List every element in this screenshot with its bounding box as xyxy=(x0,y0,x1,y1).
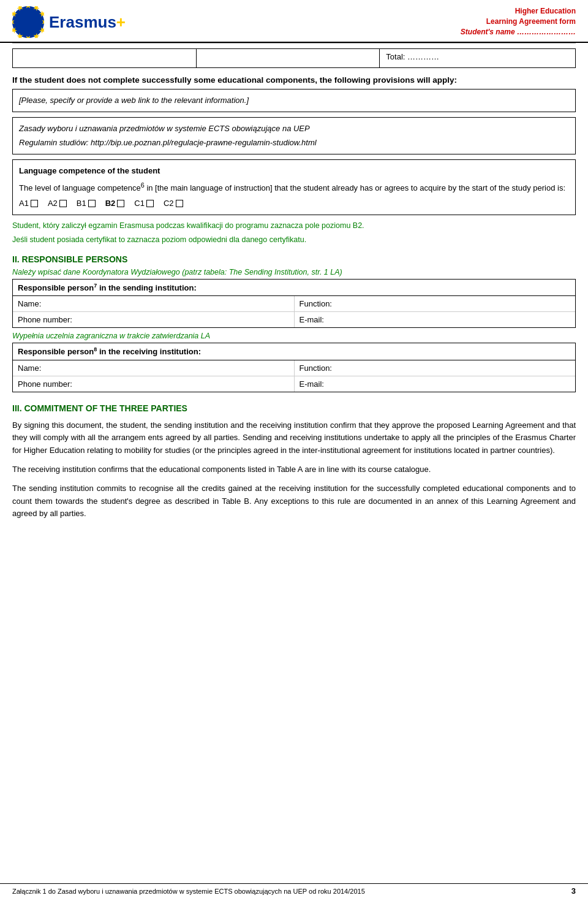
total-cell-empty-2 xyxy=(197,49,380,67)
lang-text-2: in [the main language of instruction] th… xyxy=(145,183,565,192)
erasmus-logo-text: Erasmus+ xyxy=(49,13,126,32)
receiving-function-cell: Function: xyxy=(295,360,576,376)
section-iii-paragraph-2: The receiving institution confirms that … xyxy=(12,463,576,476)
a2-checkbox[interactable] xyxy=(59,200,67,207)
b2-checkbox[interactable] xyxy=(117,200,124,207)
svg-point-0 xyxy=(12,6,44,38)
page-footer: Załącznik 1 do Zasad wyboru i uznawania … xyxy=(0,883,588,898)
section-iii-paragraph-1: By signing this document, the student, t… xyxy=(12,419,576,457)
lang-text-1: The level of language competence xyxy=(19,183,141,192)
language-note-2: Jeśli student posiada certyfikat to zazn… xyxy=(12,234,576,246)
language-competence-box: Language competence of the student The l… xyxy=(12,159,576,216)
level-a2: A2 xyxy=(48,197,67,210)
header: Erasmus+ Higher Education Learning Agree… xyxy=(0,0,588,43)
receiving-title: Responsible person xyxy=(18,348,94,357)
b1-label: B1 xyxy=(77,197,86,210)
info-box-1-text: [Please, specify or provide a web link t… xyxy=(19,96,249,105)
sending-phone-row: Phone number: E-mail: xyxy=(13,312,575,327)
sending-email-cell: E-mail: xyxy=(295,312,576,327)
language-note-1: Student, który zaliczył egzamin Erasmusa… xyxy=(12,220,576,232)
regulamin-text: Regulamin studiów: http://bip.ue.poznan.… xyxy=(19,137,569,149)
receiving-table-header: Responsible person8 in the receiving ins… xyxy=(13,343,575,360)
a1-checkbox[interactable] xyxy=(31,200,38,207)
receiving-suffix: in the receiving institution: xyxy=(97,348,201,357)
total-cell-empty-1 xyxy=(13,49,197,67)
level-b2: B2 xyxy=(105,197,125,210)
c2-checkbox[interactable] xyxy=(176,200,183,207)
zasady-text: Zasady wyboru i uznawania przedmiotów w … xyxy=(19,123,569,135)
receiving-name-row: Name: Function: xyxy=(13,360,575,376)
sending-title: Responsible person xyxy=(18,283,94,292)
c1-checkbox[interactable] xyxy=(146,200,154,207)
header-title-line1: Higher Education xyxy=(461,6,576,17)
receiving-phone-cell: Phone number: xyxy=(13,376,295,392)
level-b1: B1 xyxy=(77,197,96,210)
logo-area: Erasmus+ xyxy=(12,6,126,38)
header-title: Higher Education Learning Agreement form… xyxy=(461,6,576,37)
header-divider xyxy=(12,43,576,44)
header-title-line3: Student's name …………………… xyxy=(461,27,576,37)
header-title-line2: Learning Agreement form xyxy=(461,17,576,27)
info-box-2: Zasady wyboru i uznawania przedmiotów w … xyxy=(12,117,576,154)
receiving-phone-row: Phone number: E-mail: xyxy=(13,376,575,392)
b1-checkbox[interactable] xyxy=(88,200,96,207)
total-row: Total: ………… xyxy=(12,48,576,68)
level-c2: C2 xyxy=(164,197,183,210)
language-box-title: Language competence of the student xyxy=(19,165,569,178)
footer-page-number: 3 xyxy=(571,886,576,896)
a2-label: A2 xyxy=(48,197,58,210)
sending-institution-table: Responsible person7 in the sending insti… xyxy=(12,279,576,328)
language-box-text: The level of language competence6 in [th… xyxy=(19,180,569,195)
sending-suffix: in the sending institution: xyxy=(97,283,196,292)
footer-left-text: Załącznik 1 do Zasad wyboru i uznawania … xyxy=(12,888,365,895)
info-box-1: [Please, specify or provide a web link t… xyxy=(12,89,576,112)
a1-label: A1 xyxy=(19,197,29,210)
c1-label: C1 xyxy=(134,197,145,210)
fill-note: Wypełnia uczelnia zagraniczna w trakcie … xyxy=(12,332,576,340)
sending-function-cell: Function: xyxy=(295,296,576,311)
receiving-name-cell: Name: xyxy=(13,360,295,376)
receiving-email-cell: E-mail: xyxy=(295,376,576,392)
section-ii-table-note: Należy wpisać dane Koordynatora Wydziało… xyxy=(12,268,576,276)
receiving-institution-table: Responsible person8 in the receiving ins… xyxy=(12,343,576,392)
level-a1: A1 xyxy=(19,197,38,210)
b2-label: B2 xyxy=(105,197,116,210)
sending-name-row: Name: Function: xyxy=(13,296,575,312)
sending-table-header: Responsible person7 in the sending insti… xyxy=(13,280,575,296)
c2-label: C2 xyxy=(164,197,174,210)
incomplete-heading: If the student does not complete success… xyxy=(12,74,576,86)
section-iii-paragraph-3: The sending institution commits to recog… xyxy=(12,482,576,520)
sending-phone-cell: Phone number: xyxy=(13,312,295,327)
language-checkboxes: A1 A2 B1 B2 C1 C2 xyxy=(19,197,569,210)
sending-name-cell: Name: xyxy=(13,296,295,311)
main-content: If the student does not complete success… xyxy=(0,74,588,520)
section-iii-heading: III. COMMITMENT OF THE THREE PARTIES xyxy=(12,403,576,413)
level-c1: C1 xyxy=(134,197,154,210)
eu-flag-icon xyxy=(12,6,44,38)
section-ii-heading: II. RESPONSIBLE PERSONS xyxy=(12,254,576,264)
total-cell-label: Total: ………… xyxy=(380,49,575,67)
